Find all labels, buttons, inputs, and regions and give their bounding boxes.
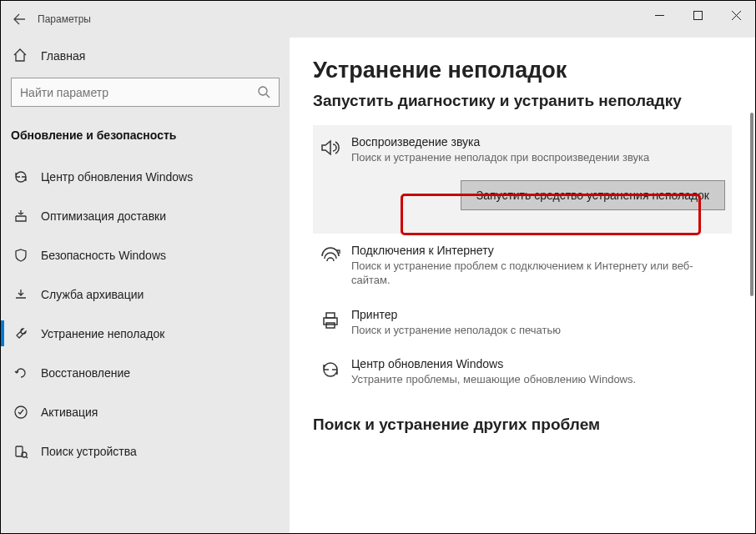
sidebar-item-label: Оптимизация доставки	[41, 209, 166, 223]
troubleshoot-desc: Поиск и устранение неполадок при воспрои…	[351, 150, 725, 165]
troubleshoot-title: Воспроизведение звука	[351, 135, 725, 149]
sidebar-item-label: Служба архивации	[41, 288, 144, 301]
home-icon	[13, 48, 28, 63]
page-title: Устранение неполадок	[313, 58, 732, 83]
svg-point-1	[259, 87, 267, 95]
scrollbar[interactable]	[747, 113, 753, 525]
svg-rect-0	[693, 11, 702, 19]
close-button[interactable]	[717, 1, 755, 29]
sidebar-item-activation[interactable]: Активация	[1, 392, 290, 431]
home-label: Главная	[41, 49, 85, 63]
wrench-icon	[13, 325, 29, 342]
sidebar-item-find-device[interactable]: Поиск устройства	[1, 431, 290, 471]
troubleshoot-desc: Устраните проблемы, мешающие обновлению …	[351, 372, 725, 387]
sidebar-item-label: Активация	[41, 406, 98, 419]
sidebar-item-label: Восстановление	[41, 366, 130, 380]
window-title: Параметры	[38, 13, 91, 25]
sidebar-item-delivery-optimization[interactable]: Оптимизация доставки	[1, 196, 290, 235]
svg-rect-7	[326, 323, 335, 328]
search-input[interactable]	[20, 86, 250, 99]
delivery-icon	[13, 208, 29, 224]
back-button[interactable]	[1, 1, 38, 38]
page-subtitle: Запустить диагностику и устранить непола…	[313, 92, 732, 110]
shield-icon	[13, 247, 29, 264]
svg-rect-6	[326, 313, 335, 318]
sidebar-item-recovery[interactable]: Восстановление	[1, 353, 290, 392]
troubleshoot-desc: Поиск и устранение неполадок с печатью	[351, 323, 725, 338]
printer-icon	[320, 308, 351, 331]
titlebar: Параметры	[1, 1, 755, 38]
sidebar-nav-list: Центр обновления Windows Оптимизация дос…	[1, 157, 290, 533]
speaker-icon	[320, 135, 351, 159]
run-troubleshooter-button[interactable]: Запустить средство устранения неполадок	[461, 180, 725, 210]
content-area: Устранение неполадок Запустить диагности…	[290, 38, 755, 533]
troubleshoot-item-printer[interactable]: Принтер Поиск и устранение неполадок с п…	[313, 298, 732, 348]
troubleshoot-item-audio[interactable]: Воспроизведение звука Поиск и устранение…	[313, 125, 732, 234]
recovery-icon	[13, 365, 29, 381]
sidebar-item-security[interactable]: Безопасность Windows	[1, 235, 290, 275]
troubleshoot-title: Подключения к Интернету	[351, 244, 725, 257]
back-arrow-icon	[13, 13, 26, 26]
troubleshoot-title: Принтер	[351, 308, 725, 321]
backup-icon	[13, 286, 29, 303]
troubleshoot-item-windows-update[interactable]: Центр обновления Windows Устраните пробл…	[313, 347, 732, 397]
sidebar-item-label: Поиск устройства	[41, 445, 137, 458]
sidebar-item-troubleshoot[interactable]: Устранение неполадок	[1, 314, 290, 353]
sync-icon	[13, 169, 29, 185]
troubleshoot-title: Центр обновления Windows	[351, 357, 725, 370]
section-header-other: Поиск и устранение других проблем	[313, 416, 732, 434]
scroll-thumb[interactable]	[750, 113, 753, 296]
window-controls	[640, 1, 755, 29]
category-header: Обновление и безопасность	[1, 115, 290, 157]
sidebar-item-label: Центр обновления Windows	[41, 170, 193, 184]
sidebar: Главная Обновление и безопасность Центр …	[1, 38, 290, 533]
troubleshoot-item-internet[interactable]: Подключения к Интернету Поиск и устранен…	[313, 234, 732, 298]
sidebar-item-label: Безопасность Windows	[41, 249, 166, 262]
home-button[interactable]: Главная	[1, 38, 290, 74]
minimize-button[interactable]	[640, 1, 678, 29]
search-input-container[interactable]	[11, 78, 280, 107]
troubleshoot-desc: Поиск и устранение проблем с подключение…	[351, 259, 725, 288]
update-icon	[320, 357, 351, 380]
sidebar-item-backup[interactable]: Служба архивации	[1, 275, 290, 314]
sidebar-item-label: Устранение неполадок	[41, 327, 164, 340]
activation-icon	[13, 404, 29, 421]
maximize-button[interactable]	[678, 1, 717, 29]
search-icon	[257, 85, 270, 98]
wifi-icon	[320, 244, 351, 267]
find-device-icon	[13, 443, 29, 460]
sidebar-item-windows-update[interactable]: Центр обновления Windows	[1, 157, 290, 196]
